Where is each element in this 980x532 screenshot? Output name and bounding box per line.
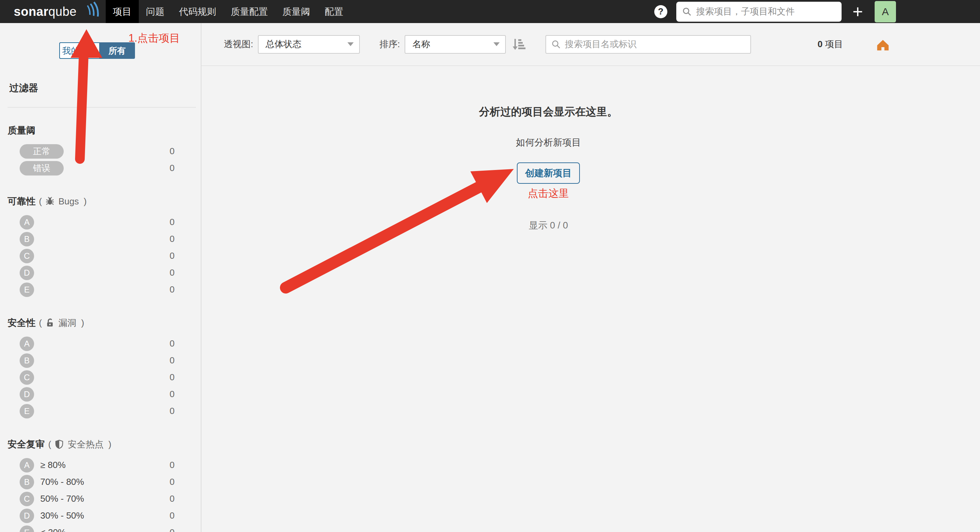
main-nav-tabs: 项目 问题 代码规则 质量配置 质量阈 配置 (106, 0, 350, 23)
rating-badge-d: D (20, 508, 34, 523)
project-search-input[interactable] (565, 39, 746, 49)
plus-icon[interactable]: + (853, 3, 863, 21)
facet-title-text: 质量阈 (8, 124, 35, 137)
top-navbar: sonarqube 项目 问题 代码规则 质量配置 质量阈 配置 ? + A (0, 0, 980, 23)
paren-close: ) (84, 196, 87, 207)
range-label: < 30% (40, 527, 66, 532)
facet-row-rating-d[interactable]: D0 (8, 386, 175, 403)
filters-heading: 过滤器 (9, 81, 201, 95)
facet-row-rating-b[interactable]: B0 (8, 352, 175, 369)
facet-rows: A0 B0 C0 D0 E0 (8, 214, 175, 298)
rating-badge-c: C (20, 249, 34, 263)
facet-count: 0 (170, 284, 175, 295)
empty-state-wrap: 分析过的项目会显示在这里。 如何分析新项目 创建新项目 点击这里 显示 0 / … (202, 66, 980, 232)
facet-row-rating-c[interactable]: C0 (8, 369, 175, 386)
facet-row-rating-c[interactable]: C0 (8, 248, 175, 264)
paren-open: ( (39, 196, 42, 207)
facet-security: 安全性 ( 漏洞 ) A0 B0 C0 D0 E0 (8, 317, 175, 419)
rating-badge-e: E (20, 283, 34, 297)
facet-row-rating-b[interactable]: B0 (8, 230, 175, 248)
sort-select[interactable]: 名称 (405, 35, 506, 54)
facet-row-rating-b[interactable]: B70% - 80%0 (8, 473, 175, 491)
paren-open: ( (39, 318, 42, 328)
facet-count: 0 (170, 267, 175, 278)
my-favorites-toggle[interactable]: 我的收藏 (59, 42, 99, 59)
rating-badge-a: A (20, 215, 34, 230)
sort-ascending-icon (511, 37, 527, 52)
help-icon[interactable]: ? (654, 5, 667, 18)
facet-row-failed[interactable]: 错误 0 (8, 160, 175, 176)
range-label: 50% - 70% (40, 494, 84, 504)
facet-row-rating-e[interactable]: E< 30%0 (8, 524, 175, 532)
projects-count-suffix: 项目 (822, 39, 843, 49)
facet-security-title: 安全性 ( 漏洞 ) (8, 317, 175, 329)
navbar-right-group: ? + A (654, 0, 980, 23)
range-label: ≥ 80% (40, 460, 66, 470)
tab-issues[interactable]: 问题 (139, 0, 172, 23)
facet-count: 0 (170, 355, 175, 366)
rating-badge-e: E (20, 526, 34, 532)
facet-count: 0 (170, 372, 175, 383)
facet-count: 0 (170, 510, 175, 521)
range-label: 30% - 50% (40, 510, 84, 521)
shown-count-footer: 显示 0 / 0 (202, 219, 895, 232)
facet-meta-label: Bugs (59, 196, 79, 207)
sidebar-divider (8, 107, 196, 108)
tab-rules[interactable]: 代码规则 (172, 0, 223, 23)
shield-icon (54, 439, 64, 449)
perspective-label: 透视图: (224, 38, 253, 50)
facet-row-rating-d[interactable]: D0 (8, 264, 175, 281)
status-badge-passed: 正常 (20, 144, 64, 159)
search-icon (551, 39, 561, 49)
facet-title-text: 安全复审 (8, 438, 45, 451)
sort-order-button[interactable] (511, 37, 527, 52)
tab-projects[interactable]: 项目 (106, 0, 139, 23)
avatar[interactable]: A (875, 1, 896, 22)
facet-row-rating-a[interactable]: A0 (8, 214, 175, 230)
facet-row-rating-d[interactable]: D30% - 50%0 (8, 507, 175, 524)
rating-badge-b: B (20, 232, 34, 246)
tab-administration[interactable]: 配置 (318, 0, 350, 23)
how-to-analyze-text: 如何分析新项目 (202, 136, 895, 149)
paren-close: ) (81, 318, 84, 328)
step1-annotation: 1.点击项目 (129, 31, 180, 45)
facet-count: 0 (170, 389, 175, 400)
sonarqube-logo[interactable]: sonarqube (0, 0, 106, 23)
home-button[interactable] (876, 37, 890, 52)
rating-badge-c: C (20, 370, 34, 385)
rating-badge-a: A (20, 337, 34, 351)
rating-badge-b: B (20, 353, 34, 368)
facet-rows: 正常 0 错误 0 (8, 143, 175, 176)
facet-count: 0 (170, 476, 175, 487)
create-project-button[interactable]: 创建新项目 (517, 162, 580, 184)
facet-row-rating-e[interactable]: E0 (8, 403, 175, 419)
facet-reliability: 可靠性 ( Bugs ) A0 B0 (8, 195, 175, 298)
projects-count: 0 项目 (818, 38, 843, 50)
facet-count: 0 (170, 217, 175, 227)
home-icon (876, 37, 890, 52)
facet-row-rating-e[interactable]: E0 (8, 281, 175, 298)
facet-row-passed[interactable]: 正常 0 (8, 143, 175, 160)
facet-row-rating-a[interactable]: A≥ 80%0 (8, 457, 175, 473)
facet-row-rating-c[interactable]: C50% - 70%0 (8, 491, 175, 507)
rating-badge-a: A (20, 458, 34, 472)
global-search-input[interactable] (696, 6, 836, 17)
facet-count: 0 (170, 251, 175, 261)
facet-count: 0 (170, 146, 175, 157)
facet-security-review: 安全复审 ( 安全热点 ) A≥ 80%0 B70% - 80%0 C50% -… (8, 438, 175, 532)
perspective-select[interactable]: 总体状态 (258, 35, 360, 54)
logo-swoosh-icon (78, 1, 100, 21)
sonarqube-logo-text: sonarqube (14, 5, 77, 19)
facet-count: 0 (170, 233, 175, 244)
tab-quality-gates[interactable]: 质量阈 (275, 0, 318, 23)
sort-value: 名称 (412, 38, 493, 50)
facet-row-rating-a[interactable]: A0 (8, 335, 175, 352)
paren-close: ) (108, 439, 111, 450)
facet-meta-label: 安全热点 (68, 438, 103, 451)
rating-badge-d: D (20, 387, 34, 402)
facet-count: 0 (170, 163, 175, 173)
tab-quality-profiles[interactable]: 质量配置 (223, 0, 275, 23)
facet-quality-gate: 质量阈 正常 0 错误 0 (8, 124, 175, 176)
facet-rows: A0 B0 C0 D0 E0 (8, 335, 175, 419)
search-icon (682, 6, 692, 17)
